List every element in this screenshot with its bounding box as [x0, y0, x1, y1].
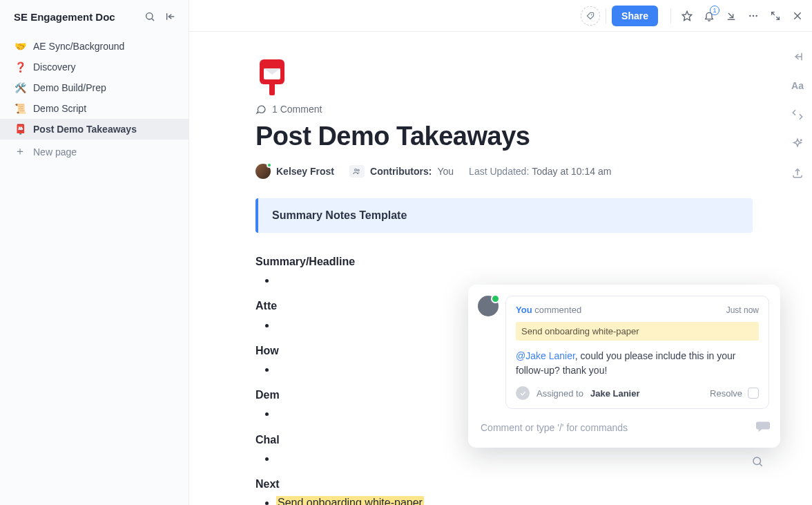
- user-mention[interactable]: @Jake Lanier: [516, 350, 575, 361]
- comment-author: You: [516, 305, 532, 315]
- question-icon: ❓: [14, 61, 26, 73]
- comment-count[interactable]: 1 Comment: [255, 104, 757, 115]
- contributors-value: You: [437, 166, 454, 177]
- page-search-icon[interactable]: [751, 455, 764, 470]
- indent-icon[interactable]: [791, 50, 804, 64]
- svg-point-4: [591, 14, 592, 15]
- topbar-divider: [670, 8, 671, 23]
- sidebar-item-post-demo[interactable]: 📮 Post Demo Takeaways: [0, 119, 188, 140]
- updated-time: Today at 10:14 am: [532, 166, 611, 177]
- share-button[interactable]: Share: [612, 6, 658, 26]
- author-name: Kelsey Frost: [276, 166, 334, 177]
- assignee-name[interactable]: Jake Lanier: [590, 388, 640, 399]
- sidebar-item-demo-script[interactable]: 📜 Demo Script: [0, 98, 188, 119]
- callout-block[interactable]: Summary Notes Template: [255, 198, 753, 233]
- new-page-button[interactable]: ＋ New page: [0, 140, 188, 164]
- sidebar-item-discovery[interactable]: ❓ Discovery: [0, 57, 188, 77]
- collapse-sidebar-icon[interactable]: [164, 10, 177, 23]
- notifications-icon[interactable]: 1: [703, 10, 715, 22]
- handshake-icon: 🤝: [14, 41, 26, 52]
- sidebar-item-label: AE Sync/Background: [33, 41, 124, 52]
- svg-line-22: [760, 464, 762, 466]
- comment-count-label: 1 Comment: [272, 104, 322, 115]
- postbox-icon: 📮: [14, 124, 26, 135]
- topbar-divider: [606, 8, 606, 23]
- tag-button[interactable]: [581, 6, 600, 26]
- comment-input[interactable]: [481, 422, 748, 433]
- resolve-checkbox[interactable]: [748, 388, 759, 399]
- comment-popup: You commented Just now Send onboarding w…: [468, 285, 780, 448]
- list-item[interactable]: [276, 449, 757, 468]
- sidebar-item-ae-sync[interactable]: 🤝 AE Sync/Background: [0, 36, 188, 57]
- new-page-label: New page: [33, 146, 77, 158]
- svg-point-21: [753, 457, 761, 465]
- send-comment-icon[interactable]: [755, 419, 771, 437]
- expand-icon[interactable]: [769, 10, 782, 22]
- sidebar-item-label: Demo Script: [33, 103, 86, 114]
- doc-title: SE Engagement Doc: [14, 11, 115, 23]
- section-heading-summary[interactable]: Summary/Headline: [255, 252, 757, 271]
- star-icon[interactable]: [681, 10, 693, 22]
- svg-point-9: [753, 15, 754, 16]
- comment-action-label: commented: [534, 305, 581, 315]
- svg-line-6: [728, 13, 733, 18]
- comment-time: Just now: [726, 305, 759, 315]
- typography-button[interactable]: Aa: [791, 79, 804, 93]
- comment-quote: Send onboarding white-paper: [516, 322, 759, 341]
- sidebar-item-demo-build[interactable]: 🛠️ Demo Build/Prep: [0, 77, 188, 98]
- presence-indicator: [267, 162, 272, 168]
- resolve-label[interactable]: Resolve: [710, 388, 742, 399]
- comment-card: You commented Just now Send onboarding w…: [505, 296, 769, 409]
- last-updated: Last Updated: Today at 10:14 am: [469, 166, 611, 177]
- author-avatar: [255, 164, 271, 179]
- contributors-chip[interactable]: Contributors: You: [349, 165, 454, 178]
- download-icon[interactable]: [725, 10, 737, 22]
- svg-point-15: [355, 169, 357, 171]
- sidebar-item-label: Discovery: [33, 61, 75, 73]
- assigned-label: Assigned to: [536, 388, 583, 399]
- svg-point-16: [358, 169, 360, 171]
- tools-icon: 🛠️: [14, 82, 26, 93]
- list-item[interactable]: Send onboarding white-paper: [276, 493, 757, 505]
- more-icon[interactable]: [747, 10, 760, 22]
- scroll-icon: 📜: [14, 103, 26, 114]
- svg-point-10: [755, 15, 757, 16]
- svg-line-1: [152, 19, 154, 21]
- contributors-label: Contributors:: [370, 166, 432, 177]
- comment-body: @Jake Lanier, could you please include t…: [516, 349, 759, 378]
- commenter-avatar: [478, 296, 499, 316]
- svg-point-0: [146, 13, 153, 19]
- plus-icon: ＋: [14, 144, 26, 159]
- author-chip[interactable]: Kelsey Frost: [255, 164, 334, 179]
- sidebar-item-label: Demo Build/Prep: [33, 82, 106, 93]
- sparkle-icon[interactable]: [791, 137, 804, 151]
- svg-point-19: [801, 140, 802, 141]
- svg-marker-5: [682, 11, 691, 20]
- page-emoji-postbox[interactable]: [255, 59, 289, 95]
- highlighted-text[interactable]: Send onboarding white-paper: [276, 496, 424, 505]
- updated-label: Last Updated:: [469, 166, 529, 177]
- page-title[interactable]: Post Demo Takeaways: [255, 122, 757, 151]
- close-icon[interactable]: [791, 10, 804, 22]
- upload-icon[interactable]: [791, 166, 804, 180]
- sidebar-item-label: Post Demo Takeaways: [33, 124, 137, 135]
- assign-check-icon[interactable]: [516, 386, 530, 400]
- notification-badge: 1: [710, 6, 719, 15]
- section-heading-next[interactable]: Next: [255, 475, 757, 493]
- people-icon: [349, 165, 365, 178]
- svg-point-8: [749, 15, 751, 16]
- link-icon[interactable]: [791, 108, 804, 122]
- search-icon[interactable]: [143, 10, 157, 23]
